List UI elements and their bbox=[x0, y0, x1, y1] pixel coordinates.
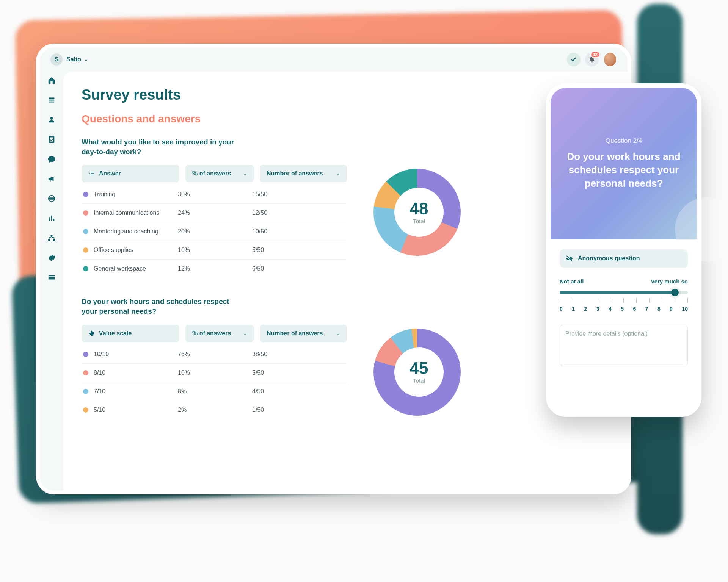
eye-off-icon bbox=[566, 255, 573, 262]
scale-number: 4 bbox=[609, 306, 612, 312]
scale-number: 7 bbox=[645, 306, 648, 312]
scale-number: 6 bbox=[633, 306, 636, 312]
color-dot bbox=[83, 210, 88, 216]
page-title: Survey results bbox=[82, 87, 609, 103]
question-text: Do your work hours and schedules respect… bbox=[562, 150, 686, 190]
pct-cell: 12% bbox=[178, 265, 252, 272]
pct-cell: 20% bbox=[178, 228, 252, 235]
donut-label: Total bbox=[413, 218, 425, 224]
org-logo: S bbox=[50, 53, 63, 66]
phone-hero: Question 2/4 Do your work hours and sche… bbox=[551, 88, 697, 239]
slider-thumb[interactable] bbox=[671, 289, 679, 296]
scale-numbers: 012345678910 bbox=[560, 306, 688, 312]
answer-cell: Internal communications bbox=[83, 210, 178, 216]
donut-total: 45 bbox=[410, 360, 428, 377]
gear-icon bbox=[47, 253, 56, 262]
count-cell: 12/50 bbox=[252, 210, 345, 216]
table-row: 10/1076%38/50 bbox=[82, 345, 347, 364]
slider-ticks bbox=[560, 298, 688, 303]
table-row: Internal communications24%12/50 bbox=[82, 204, 347, 222]
check-icon bbox=[570, 56, 577, 63]
answer-cell: Training bbox=[83, 191, 178, 198]
donut-center: 45 Total bbox=[394, 347, 444, 397]
section-subhead: Questions and answers bbox=[82, 113, 609, 125]
nav-global[interactable] bbox=[46, 193, 57, 204]
q1-donut: 48 Total bbox=[373, 169, 464, 256]
color-dot bbox=[83, 407, 88, 413]
donut-label: Total bbox=[413, 377, 425, 384]
q2-col-pct[interactable]: % of answers ⌄ bbox=[185, 325, 254, 342]
nav-list[interactable] bbox=[46, 94, 57, 106]
col-label: Number of answers bbox=[267, 170, 323, 177]
nav-announce[interactable] bbox=[46, 173, 57, 185]
q1-col-num[interactable]: Number of answers ⌄ bbox=[260, 165, 347, 182]
q1-col-pct[interactable]: % of answers ⌄ bbox=[185, 165, 254, 182]
details-textarea[interactable] bbox=[560, 325, 688, 366]
q2-table: Value scale % of answers ⌄ Number of ans… bbox=[82, 325, 347, 419]
q2-donut: 45 Total bbox=[373, 329, 464, 416]
count-cell: 38/50 bbox=[252, 351, 345, 358]
table-row: 8/1010%5/50 bbox=[82, 364, 347, 382]
scale-number: 3 bbox=[596, 306, 599, 312]
scale-number: 1 bbox=[572, 306, 575, 312]
anonymous-pill: Anonymous question bbox=[560, 249, 688, 268]
color-dot bbox=[83, 266, 88, 271]
notifications-button[interactable]: 12 bbox=[585, 53, 599, 66]
answer-cell: Mentoring and coaching bbox=[83, 228, 178, 235]
answer-label: Office supplies bbox=[94, 247, 133, 253]
nav-settings[interactable] bbox=[46, 252, 57, 263]
color-dot bbox=[83, 389, 88, 394]
nav-chat[interactable] bbox=[46, 153, 57, 165]
answer-cell: 8/10 bbox=[83, 369, 178, 376]
scale-number: 0 bbox=[560, 306, 563, 312]
pct-cell: 24% bbox=[178, 210, 252, 216]
q1-table: Answer % of answers ⌄ Number of answers … bbox=[82, 165, 347, 278]
answer-cell: 5/10 bbox=[83, 407, 178, 413]
count-cell: 1/50 bbox=[252, 407, 345, 413]
col-label: % of answers bbox=[192, 170, 231, 177]
count-cell: 4/50 bbox=[252, 388, 345, 395]
topbar: S Salto ⌄ 12 bbox=[40, 47, 628, 72]
pct-cell: 8% bbox=[178, 388, 252, 395]
count-cell: 5/50 bbox=[252, 247, 345, 253]
question-block-1: What would you like to see improved in y… bbox=[82, 137, 609, 278]
hand-tap-icon bbox=[88, 330, 95, 337]
color-dot bbox=[83, 247, 88, 253]
avatar-image bbox=[603, 52, 617, 67]
org-name: Salto bbox=[66, 56, 81, 63]
q2-col-scale[interactable]: Value scale bbox=[82, 325, 179, 342]
clipboard-check-icon bbox=[47, 135, 56, 144]
question-block-2: Do your work hours and schedules respect… bbox=[82, 297, 609, 419]
notification-badge: 12 bbox=[590, 51, 600, 58]
org-switcher[interactable]: S Salto ⌄ bbox=[50, 53, 88, 66]
nav-org[interactable] bbox=[46, 232, 57, 244]
answer-label: Training bbox=[94, 191, 115, 198]
user-avatar[interactable] bbox=[603, 53, 617, 66]
q2-col-num[interactable]: Number of answers ⌄ bbox=[260, 325, 347, 342]
status-check-button[interactable] bbox=[567, 53, 581, 66]
anonymous-label: Anonymous question bbox=[578, 255, 640, 262]
answer-cell: 10/10 bbox=[83, 351, 178, 358]
nav-survey[interactable] bbox=[46, 134, 57, 145]
nav-home[interactable] bbox=[46, 75, 57, 86]
pct-cell: 10% bbox=[178, 247, 252, 253]
chevron-down-icon: ⌄ bbox=[243, 171, 247, 176]
col-label: Value scale bbox=[99, 330, 132, 337]
scale-slider[interactable] bbox=[560, 290, 688, 295]
pct-cell: 10% bbox=[178, 369, 252, 376]
q1-col-answer[interactable]: Answer bbox=[82, 165, 179, 182]
nodes-icon bbox=[47, 234, 56, 242]
nav-analytics[interactable] bbox=[46, 213, 57, 224]
donut-center: 48 Total bbox=[394, 188, 444, 237]
table-row: Mentoring and coaching20%10/50 bbox=[82, 222, 347, 241]
answer-cell: Office supplies bbox=[83, 247, 178, 253]
table-row: 7/108%4/50 bbox=[82, 382, 347, 401]
desktop-app-frame: S Salto ⌄ 12 Survey results bbox=[36, 44, 631, 494]
color-dot bbox=[83, 192, 88, 197]
chevron-down-icon: ⌄ bbox=[336, 171, 340, 176]
table-row: Office supplies10%5/50 bbox=[82, 241, 347, 260]
nav-people[interactable] bbox=[46, 114, 57, 125]
chevron-down-icon: ⌄ bbox=[336, 331, 340, 336]
nav-billing[interactable] bbox=[46, 272, 57, 283]
count-cell: 6/50 bbox=[252, 265, 345, 272]
